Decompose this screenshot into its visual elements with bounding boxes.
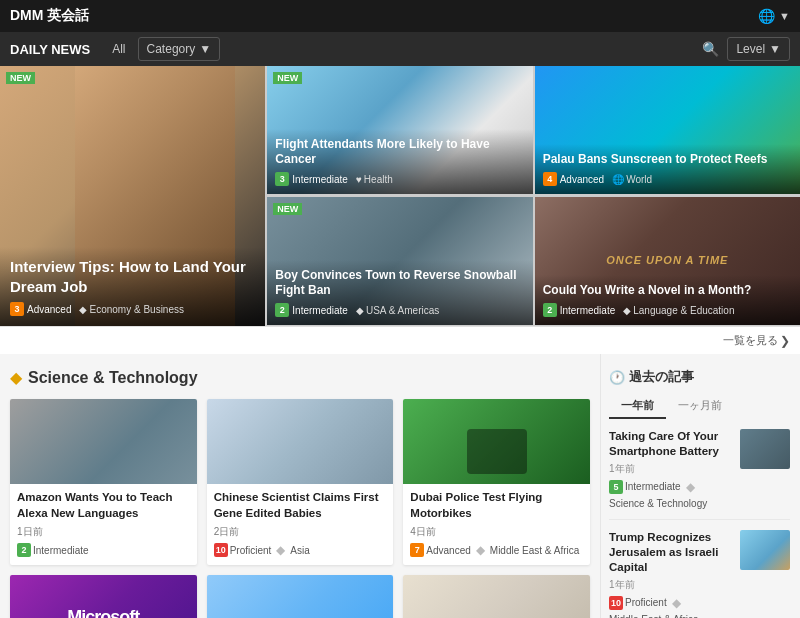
- nav-all-btn[interactable]: All: [104, 38, 133, 60]
- hero-article-3-overlay: Could You Write a Novel in a Month? 2 In…: [535, 275, 800, 325]
- globe-small-icon: 🌐: [612, 174, 624, 185]
- tab-1month[interactable]: 一ヶ月前: [666, 394, 734, 419]
- hero-article-1-title: Palau Bans Sunscreen to Protect Reefs: [543, 152, 792, 168]
- article-alexa-badges: 2 Intermediate: [17, 543, 190, 557]
- hero-see-all-link[interactable]: 一覧を見る ❯: [723, 333, 790, 348]
- sidebar-article-0-img: [740, 429, 790, 469]
- tab-1year[interactable]: 一年前: [609, 394, 666, 419]
- heart-icon: ♥: [356, 174, 362, 185]
- ms-logo-text: Microsoft: [67, 607, 139, 618]
- sidebar-article-1-badges: 10 Proficient ◆ Middle East & Africa: [609, 596, 732, 618]
- china-level-badge: 10 Proficient: [214, 543, 272, 557]
- hero-main-badges: 3 Advanced ◆ Economy & Business: [10, 302, 255, 316]
- diamond-icon: ◆: [79, 304, 87, 315]
- book-icon: ◆: [623, 305, 631, 316]
- hero-main-overlay: Interview Tips: How to Land Your Dream J…: [0, 247, 265, 326]
- hero-main-title: Interview Tips: How to Land Your Dream J…: [10, 257, 255, 296]
- hero-article-2-level: 2 Intermediate: [275, 303, 348, 317]
- sidebar-0-level: 5 Intermediate: [609, 480, 681, 494]
- sidebar-0-cat: Science & Technology: [609, 498, 707, 509]
- dot-divider: ◆: [276, 543, 285, 557]
- flag-icon: ◆: [356, 305, 364, 316]
- hero-article-3[interactable]: ONCE UPON A TIME Could You Write a Novel…: [535, 197, 800, 325]
- novel-text: ONCE UPON A TIME: [606, 252, 728, 270]
- daily-news-title: DAILY NEWS: [10, 42, 90, 57]
- article-ms-img: Microsoft: [10, 575, 197, 618]
- article-grid-row1: Amazon Wants You to Teach Alexa New Lang…: [10, 399, 590, 565]
- science-section-header: ◆ Science & Technology: [10, 368, 590, 387]
- sidebar-article-1[interactable]: Trump Recognizes Jerusalem as Israeli Ca…: [609, 530, 790, 618]
- hero-main-badge-new: NEW: [6, 72, 35, 84]
- science-section-title: Science & Technology: [28, 369, 198, 387]
- category-label: Category: [147, 42, 196, 56]
- sidebar-article-0-badges: 5 Intermediate ◆ Science & Technology: [609, 480, 732, 509]
- article-mit[interactable]: MIT Flies Plane With No Moving Parts 6日前…: [207, 575, 394, 618]
- article-china-img: [207, 399, 394, 484]
- nav-category-btn[interactable]: Category ▼: [138, 37, 221, 61]
- sidebar-article-1-title: Trump Recognizes Jerusalem as Israeli Ca…: [609, 530, 732, 575]
- hero-section: NEW Interview Tips: How to Land Your Dre…: [0, 66, 800, 326]
- level-btn[interactable]: Level ▼: [727, 37, 790, 61]
- article-china-date: 2日前: [214, 525, 387, 539]
- hero-article-3-cat: ◆ Language & Education: [623, 305, 734, 316]
- hero-article-1-level: 4 Advanced: [543, 172, 604, 186]
- article-dubai-badges: 7 Advanced ◆ Middle East & Africa: [410, 543, 583, 557]
- hero-article-2-cat: ◆ USA & Americas: [356, 305, 439, 316]
- article-dubai[interactable]: Dubai Police Test Flying Motorbikes 4日前 …: [403, 399, 590, 565]
- main-content: ◆ Science & Technology Amazon Wants You …: [0, 354, 800, 618]
- hero-article-1[interactable]: Palau Bans Sunscreen to Protect Reefs 4 …: [535, 66, 800, 194]
- hero-article-0-title: Flight Attendants More Likely to Have Ca…: [275, 137, 524, 168]
- hero-article-0-cat: ♥ Health: [356, 174, 393, 185]
- section-diamond-icon: ◆: [10, 368, 22, 387]
- article-alexa-img: [10, 399, 197, 484]
- globe-icon[interactable]: 🌐: [758, 8, 775, 24]
- article-dubai-img: [403, 399, 590, 484]
- sidebar: 🕐 過去の記事 一年前 一ヶ月前 Taking Care Of Your Sma…: [600, 354, 800, 618]
- language-toggle[interactable]: ▼: [779, 10, 790, 22]
- sidebar-1-level: 10 Proficient: [609, 596, 667, 610]
- article-alexa[interactable]: Amazon Wants You to Teach Alexa New Lang…: [10, 399, 197, 565]
- sidebar-article-0-text: Taking Care Of Your Smartphone Battery 1…: [609, 429, 732, 509]
- hero-article-2[interactable]: NEW Boy Convinces Town to Reverse Snowba…: [267, 197, 532, 325]
- hero-article-2-overlay: Boy Convinces Town to Reverse Snowball F…: [267, 260, 532, 325]
- site-logo: DMM 英会話: [10, 7, 89, 25]
- china-cat-badge: Asia: [290, 545, 309, 556]
- dot-divider-2: ◆: [476, 543, 485, 557]
- hero-article-1-overlay: Palau Bans Sunscreen to Protect Reefs 4 …: [535, 144, 800, 194]
- clock-icon: 🕐: [609, 370, 625, 385]
- search-icon[interactable]: 🔍: [698, 37, 723, 61]
- dot-divider-s1: ◆: [672, 596, 681, 610]
- article-alexa-title: Amazon Wants You to Teach Alexa New Lang…: [17, 490, 190, 521]
- article-china-body: Chinese Scientist Claims First Gene Edit…: [207, 484, 394, 565]
- level-label: Level: [736, 42, 765, 56]
- category-chevron-icon: ▼: [199, 42, 211, 56]
- hero-article-0[interactable]: NEW Flight Attendants More Likely to Hav…: [267, 66, 532, 194]
- hero-main-article[interactable]: NEW Interview Tips: How to Land Your Dre…: [0, 66, 265, 326]
- sidebar-article-0[interactable]: Taking Care Of Your Smartphone Battery 1…: [609, 429, 790, 520]
- hero-article-0-level: 3 Intermediate: [275, 172, 348, 186]
- article-china[interactable]: Chinese Scientist Claims First Gene Edit…: [207, 399, 394, 565]
- article-grid-row2: Microsoft Microsoft Becomes Most Valuabl…: [10, 575, 590, 618]
- article-map[interactable]: [403, 575, 590, 618]
- hero-article-1-cat: 🌐 World: [612, 174, 652, 185]
- sidebar-article-1-img: [740, 530, 790, 570]
- article-map-img: [403, 575, 590, 618]
- navbar: DAILY NEWS All Category ▼ 🔍 Level ▼: [0, 32, 800, 66]
- hero-see-all-label: 一覧を見る: [723, 333, 778, 348]
- article-alexa-date: 1日前: [17, 525, 190, 539]
- header: DMM 英会話 🌐 ▼: [0, 0, 800, 32]
- dubai-level-badge: 7 Advanced: [410, 543, 470, 557]
- article-dubai-title: Dubai Police Test Flying Motorbikes: [410, 490, 583, 521]
- chevron-right-icon: ❯: [780, 334, 790, 348]
- sidebar-title: 過去の記事: [629, 368, 694, 386]
- level-chevron-icon: ▼: [769, 42, 781, 56]
- article-microsoft[interactable]: Microsoft Microsoft Becomes Most Valuabl…: [10, 575, 197, 618]
- sidebar-article-1-date: 1年前: [609, 578, 732, 592]
- dot-divider-s0: ◆: [686, 480, 695, 494]
- sidebar-article-0-title: Taking Care Of Your Smartphone Battery: [609, 429, 732, 459]
- article-china-title: Chinese Scientist Claims First Gene Edit…: [214, 490, 387, 521]
- dubai-cat-badge: Middle East & Africa: [490, 545, 579, 556]
- hero-main-level: 3 Advanced: [10, 302, 71, 316]
- content-left: ◆ Science & Technology Amazon Wants You …: [0, 354, 600, 618]
- hero-main-cat-label: Economy & Business: [89, 304, 184, 315]
